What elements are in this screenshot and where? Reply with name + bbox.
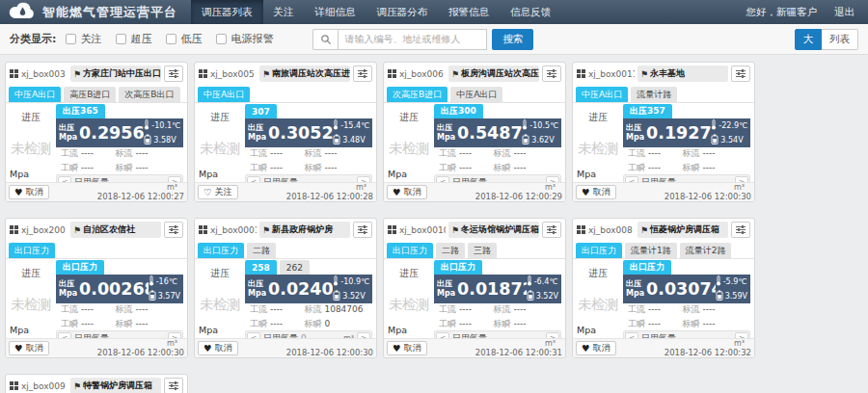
search-button[interactable]: 搜索 xyxy=(492,29,533,50)
checkbox-label: 超压 xyxy=(130,32,151,46)
filter-checkbox[interactable]: 关注 xyxy=(66,32,101,46)
nav-item[interactable]: 调压器列表 xyxy=(191,0,263,24)
thermometer-icon xyxy=(716,275,721,288)
channel-tab[interactable]: 三路 xyxy=(468,243,497,258)
channel-tab[interactable]: 出口压力 xyxy=(387,243,433,258)
flow-std-value: ---- xyxy=(135,304,148,314)
channel-tab[interactable]: 流量计2路 xyxy=(680,243,732,258)
channel-tab[interactable]: 流量计1路 xyxy=(625,243,677,258)
card-title[interactable]: ⚑ 新县政府锅炉房 xyxy=(259,222,350,238)
cubic-meter-unit: m³ xyxy=(545,184,556,192)
nav-item[interactable]: 关注 xyxy=(263,0,305,24)
regulator-card: xj_box0010 ⚑ 冬运场馆锅炉调压箱 出口压力二路三路 进压 未检测 M… xyxy=(383,218,566,358)
outlet-tab[interactable]: 出口压力 xyxy=(623,260,671,275)
search-input[interactable] xyxy=(338,29,487,50)
outlet-tabs: 307 xyxy=(245,104,372,118)
checkbox-icon[interactable] xyxy=(66,34,76,44)
view-toggle-button[interactable]: 大 xyxy=(795,29,823,50)
outlet-tab[interactable]: 258 xyxy=(245,260,277,275)
nav-item[interactable]: 报警信息 xyxy=(438,0,500,24)
settings-sliders-icon[interactable] xyxy=(164,378,183,393)
outlet-tab[interactable]: 307 xyxy=(245,104,277,118)
nav-item[interactable]: 调压器分布 xyxy=(366,0,439,24)
favorite-button[interactable]: ♥ 取消 xyxy=(387,341,427,355)
channel-tab[interactable]: 次高压B进口 xyxy=(387,87,448,102)
flow-work-value: ---- xyxy=(81,304,94,314)
card-header: xj_box200 ⚑ 自治区农信社 xyxy=(6,219,187,241)
flow-std-inst-value: ---- xyxy=(324,163,337,172)
checkbox-icon[interactable] xyxy=(116,34,126,44)
card-title-text: 恒菱锅炉房调压箱 xyxy=(650,223,719,236)
heart-icon: ♥ xyxy=(582,344,590,354)
favorite-button[interactable]: ♥ 取消 xyxy=(576,341,616,355)
settings-sliders-icon[interactable] xyxy=(164,222,183,238)
channel-tabs: 出口压力 xyxy=(6,241,187,259)
filter-checkbox[interactable]: 超压 xyxy=(116,32,151,46)
channel-tab[interactable]: 二路 xyxy=(247,243,276,258)
favorite-button[interactable]: ♥ 取消 xyxy=(198,341,238,355)
nav-item[interactable]: 详细信息 xyxy=(305,0,366,24)
settings-sliders-icon[interactable] xyxy=(353,66,372,82)
channel-tab[interactable]: 出口压力 xyxy=(9,243,55,258)
grid-icon xyxy=(199,225,207,234)
channel-tab[interactable]: 出口压力 xyxy=(576,243,622,258)
outlet-tab[interactable]: 出压300 xyxy=(434,104,483,118)
favorite-button[interactable]: ♡ 关注 xyxy=(198,185,238,199)
box-id: xj_box200 xyxy=(21,225,68,235)
favorite-label: 取消 xyxy=(593,186,610,198)
flow-std-label: 标流 xyxy=(493,304,510,314)
card-title[interactable]: ⚑ 板房沟调压站次高压进出口 xyxy=(448,66,539,82)
settings-sliders-icon[interactable] xyxy=(164,66,183,82)
card-title[interactable]: ⚑ 自治区农信社 xyxy=(70,222,161,238)
filter-checkbox[interactable]: 低压 xyxy=(166,32,202,46)
card-title-text: 特警锅炉房调压箱 xyxy=(83,380,152,392)
channel-tab[interactable]: 二路 xyxy=(436,243,465,258)
flag-icon: ⚑ xyxy=(640,225,648,235)
checkbox-icon[interactable] xyxy=(166,34,176,44)
channel-tab[interactable]: 次高压B出口 xyxy=(119,87,179,102)
card-title[interactable]: ⚑ 冬运场馆锅炉调压箱 xyxy=(448,222,539,238)
channel-tab[interactable]: 流量计路 xyxy=(631,87,677,102)
card-title[interactable]: ⚑ 永丰基地 xyxy=(637,66,728,82)
channel-tabs: 中压A出口流量计路 xyxy=(573,85,754,103)
flow-work-label: 工流 xyxy=(439,304,456,314)
inlet-section: 进压 未检测 Mpa xyxy=(6,103,56,182)
channel-tab[interactable]: 出口压力 xyxy=(198,243,244,258)
settings-sliders-icon[interactable] xyxy=(731,66,750,82)
settings-sliders-icon[interactable] xyxy=(353,222,372,238)
card-title[interactable]: ⚑ 南旅调压站次高压进出口 xyxy=(259,66,350,82)
logout-link[interactable]: 退出 xyxy=(834,6,854,19)
card-title[interactable]: ⚑ 方家庄门站中压出口 xyxy=(70,66,161,82)
outlet-tab[interactable]: 出口压力 xyxy=(56,260,104,275)
outlet-tab[interactable]: 出压357 xyxy=(623,104,672,118)
filter-bar: 分类显示: 关注超压低压电源报警 搜索 大列表 xyxy=(0,24,868,55)
card-title[interactable]: ⚑ 恒菱锅炉房调压箱 xyxy=(637,222,728,238)
settings-sliders-icon[interactable] xyxy=(542,222,561,238)
checkbox-icon[interactable] xyxy=(216,34,227,44)
channel-tab[interactable]: 中压A出口 xyxy=(198,87,250,102)
outlet-tab[interactable]: 262 xyxy=(280,260,310,275)
outlet-tab[interactable]: 出压365 xyxy=(56,104,105,118)
channel-tab[interactable]: 中压A出口 xyxy=(576,87,628,102)
card-title[interactable]: ⚑ 特警锅炉房调压箱 xyxy=(70,378,161,393)
outlet-tab[interactable]: 出口压力 xyxy=(434,260,482,275)
channel-tab[interactable]: 高压B进口 xyxy=(64,87,116,102)
channel-tab[interactable]: 中压A出口 xyxy=(9,87,61,102)
view-toggle-button[interactable]: 列表 xyxy=(822,29,858,50)
brand: 智能燃气管理运营平台 xyxy=(8,0,177,24)
thermometer-icon xyxy=(333,119,339,132)
settings-sliders-icon[interactable] xyxy=(731,222,750,238)
favorite-button[interactable]: ♥ 取消 xyxy=(9,185,49,199)
channel-tab[interactable]: 中压A出口 xyxy=(450,87,502,102)
outlet-section: 出口压力 出压 Mpa 0.00268 -16℃ 3. xyxy=(56,259,187,338)
filter-checkbox[interactable]: 电源报警 xyxy=(216,32,273,46)
grid-icon xyxy=(577,225,585,234)
settings-sliders-icon[interactable] xyxy=(542,66,561,82)
favorite-button[interactable]: ♥ 取消 xyxy=(576,185,616,199)
favorite-button[interactable]: ♥ 取消 xyxy=(387,185,427,199)
card-footer: ♥ 取消 m³ 2018-12-06 12:00:31 xyxy=(384,338,565,357)
nav-item[interactable]: 信息反馈 xyxy=(500,0,561,24)
favorite-button[interactable]: ♥ 取消 xyxy=(9,341,49,355)
card-body: 进压 未检测 Mpa 出压300 出压 Mpa 0.54876 -10.5℃ xyxy=(384,103,565,182)
card-footer: ♡ 关注 m³ 2018-12-06 12:00:28 xyxy=(195,182,376,201)
